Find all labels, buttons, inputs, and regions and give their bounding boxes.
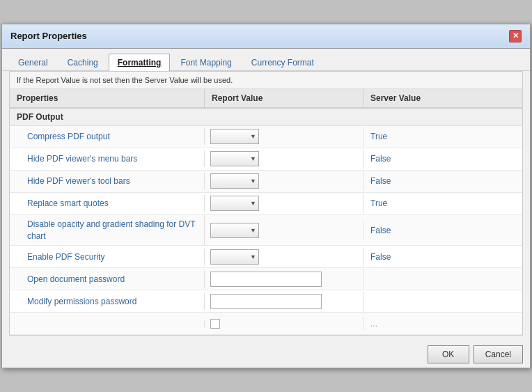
property-modify-password: Modify permissions password [10,293,205,310]
value-cell-smart-quotes: ▼ [205,194,363,213]
dropdown-arrow: ▼ [250,253,256,260]
server-pdf-security: False [363,249,522,265]
property-open-password: Open document password [10,271,205,288]
table-row: Replace smart quotes ▼ True [10,193,522,215]
dropdown-arrow: ▼ [250,227,256,234]
dropdown-hide-toolbar[interactable]: ▼ [210,173,259,189]
property-smart-quotes: Replace smart quotes [10,195,205,212]
dropdown-arrow: ▼ [250,133,256,140]
report-properties-dialog: Report Properties ✕ General Caching Form… [1,24,531,369]
dropdown-pdf-security[interactable]: ▼ [210,249,259,265]
bottom-bar: OK Cancel [2,341,530,368]
dialog-title: Report Properties [10,31,87,41]
property-pdf-security: Enable PDF Security [10,249,205,265]
checkbox-last[interactable] [210,319,220,329]
server-open-password [363,276,522,283]
dropdown-hide-menu[interactable]: ▼ [210,151,259,166]
dropdown-compress-pdf[interactable]: ▼ [210,129,259,144]
dropdown-arrow: ▼ [250,200,256,207]
properties-table: Properties Report Value Server Value PDF… [10,89,522,336]
table-row: Open document password [10,268,522,290]
value-cell-hide-menu: ▼ [205,149,363,168]
property-last [10,320,205,327]
dropdown-smart-quotes[interactable]: ▼ [210,196,259,211]
value-cell-open-password [205,269,363,289]
value-cell-hide-toolbar: ▼ [205,171,363,191]
table-row: Disable opacity and gradient shading for… [10,215,522,246]
content-area: If the Report Value is not set then the … [9,71,523,336]
server-last: ... [363,315,522,332]
table-header: Properties Report Value Server Value [10,89,522,109]
value-cell-last [205,317,363,331]
info-message: If the Report Value is not set then the … [10,72,522,89]
section-pdf-output: PDF Output [10,109,522,126]
table-row: ... [10,313,522,335]
table-row: Modify permissions password [10,290,522,313]
ok-button[interactable]: OK [428,345,469,363]
property-hide-toolbar: Hide PDF viewer's tool bars [10,173,205,189]
table-row: Hide PDF viewer's menu bars ▼ False [10,148,522,171]
dropdown-arrow: ▼ [250,178,256,185]
title-bar: Report Properties ✕ [2,24,530,49]
value-cell-compress-pdf: ▼ [205,127,363,146]
header-server-value: Server Value [363,89,522,107]
server-smart-quotes: True [363,195,522,212]
property-compress-pdf: Compress PDF output [10,128,205,145]
cancel-button[interactable]: Cancel [474,345,523,363]
value-cell-modify-password [205,292,363,311]
tab-caching[interactable]: Caching [58,54,107,71]
tab-currency-format[interactable]: Currency Format [242,54,323,71]
table-row: Hide PDF viewer's tool bars ▼ False [10,171,522,193]
property-hide-menu: Hide PDF viewer's menu bars [10,150,205,167]
input-modify-password[interactable] [210,294,322,309]
table-body: PDF Output Compress PDF output ▼ True Hi… [10,109,522,336]
input-open-password[interactable] [210,272,322,287]
tab-general[interactable]: General [9,54,57,71]
property-disable-opacity: Disable opacity and gradient shading for… [10,215,205,246]
server-hide-menu: False [363,150,522,167]
tab-formatting[interactable]: Formatting [109,54,171,71]
table-row: Compress PDF output ▼ True [10,126,522,148]
server-compress-pdf: True [363,128,522,145]
value-cell-disable-opacity: ▼ [205,221,363,240]
table-row: Enable PDF Security ▼ False [10,246,522,268]
close-button[interactable]: ✕ [509,30,522,42]
server-disable-opacity: False [363,222,522,239]
dropdown-arrow: ▼ [250,155,256,162]
dropdown-disable-opacity[interactable]: ▼ [210,223,259,238]
server-modify-password [363,298,522,305]
value-cell-pdf-security: ▼ [205,247,363,267]
tab-font-mapping[interactable]: Font Mapping [171,54,240,71]
header-report-value: Report Value [205,89,363,107]
tabs-bar: General Caching Formatting Font Mapping … [2,49,530,71]
server-hide-toolbar: False [363,173,522,189]
header-properties: Properties [10,89,205,107]
